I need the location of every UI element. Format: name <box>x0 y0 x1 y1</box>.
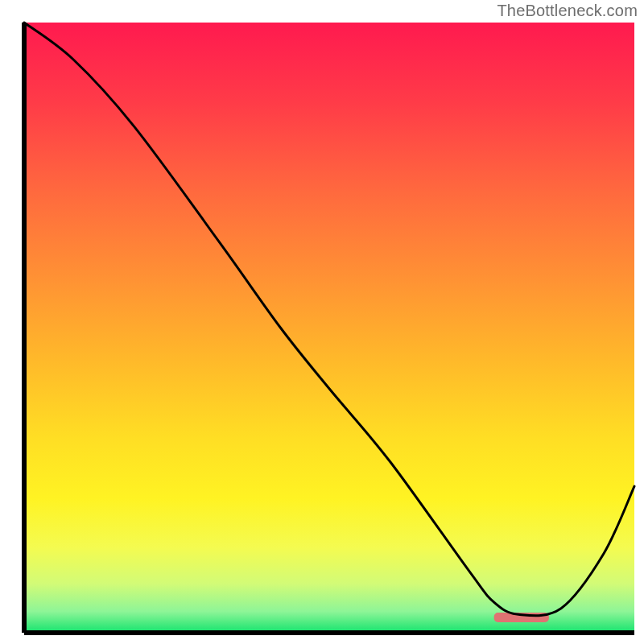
watermark-text: TheBottleneck.com <box>497 2 638 20</box>
chart-container: { "watermark": "TheBottleneck.com", "cha… <box>0 0 644 644</box>
plot-svg <box>0 0 644 644</box>
plot-background <box>24 23 634 633</box>
